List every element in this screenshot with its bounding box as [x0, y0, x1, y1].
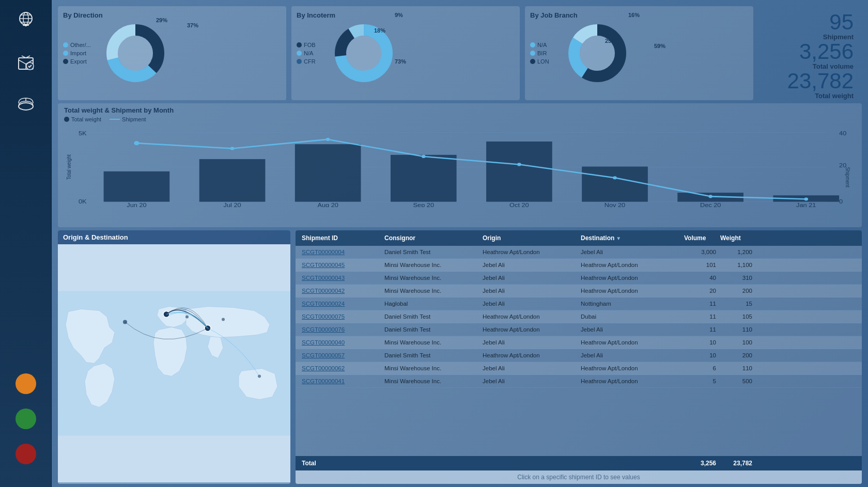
- cell-weight: 15: [718, 300, 754, 308]
- chart-legend: Total weight Shipment: [64, 116, 856, 122]
- cell-volume: 101: [682, 261, 718, 269]
- cell-consignor: Daniel Smith Test: [382, 351, 481, 359]
- cell-shipment-id[interactable]: SCGT00000076: [300, 325, 382, 334]
- cell-volume: 10: [682, 338, 718, 347]
- svg-rect-6: [25, 24, 27, 26]
- svg-text:Jul 20: Jul 20: [224, 202, 241, 207]
- table-row[interactable]: SCGT00000062 Minsi Warehouse Inc. Jebel …: [296, 362, 862, 375]
- cell-volume: 6: [682, 364, 718, 372]
- table-row[interactable]: SCGT00000043 Minsi Warehouse Inc. Jebel …: [296, 272, 862, 285]
- cell-weight: 310: [718, 274, 754, 282]
- cell-destination: Jebel Ali: [579, 325, 682, 334]
- cell-shipment-id[interactable]: SCGT00000040: [300, 338, 382, 347]
- incoterm-chart-title: By Incoterm: [297, 11, 515, 19]
- svg-point-62: [222, 318, 225, 321]
- cell-destination: Jebel Ali: [579, 351, 682, 359]
- svg-text:0: 0: [839, 198, 843, 205]
- cell-weight: 110: [718, 325, 754, 334]
- table-row[interactable]: SCGT00000057 Daniel Smith Test Heathrow …: [296, 349, 862, 362]
- svg-text:Aug 20: Aug 20: [317, 202, 338, 207]
- table-header: Shipment ID Consignor Origin Destination…: [296, 230, 862, 246]
- col-consignor[interactable]: Consignor: [382, 233, 481, 243]
- footer-label: Total: [300, 459, 382, 468]
- cell-origin: Jebel Ali: [481, 377, 579, 385]
- cell-origin: Jebel Ali: [481, 287, 579, 295]
- svg-text:Jan 21: Jan 21: [796, 202, 816, 207]
- cell-consignor: Minsi Warehouse Inc.: [382, 287, 481, 295]
- shipment-value: 95: [767, 11, 854, 33]
- cell-consignor: Minsi Warehouse Inc.: [382, 261, 481, 269]
- cell-shipment-id[interactable]: SCGT00000045: [300, 261, 382, 269]
- svg-point-50: [517, 163, 521, 166]
- col-scroll: [754, 233, 763, 243]
- money-icon[interactable]: [10, 88, 41, 119]
- cell-shipment-id[interactable]: SCGT00000041: [300, 377, 382, 385]
- jobbranch-donut-section: N/A BIR LON: [530, 22, 748, 84]
- table-row[interactable]: SCGT00000042 Minsi Warehouse Inc. Jebel …: [296, 285, 862, 297]
- incoterm-legend-cfr: CFR: [297, 58, 328, 65]
- svg-text:Total weight: Total weight: [66, 154, 72, 180]
- table-row[interactable]: SCGT00000024 Haglobal Jebel Ali Nottingh…: [296, 297, 862, 310]
- cell-destination: Nottingham: [579, 300, 682, 308]
- package-icon[interactable]: [10, 46, 41, 77]
- table-hint: Click on a specific shipment ID to see v…: [296, 470, 862, 484]
- cell-weight: 100: [718, 338, 754, 347]
- cell-volume: 20: [682, 287, 718, 295]
- table-body[interactable]: SCGT00000004 Daniel Smith Test Heathrow …: [296, 246, 862, 456]
- footer-volume: 3,256: [682, 459, 718, 468]
- cell-shipment-id[interactable]: SCGT00000043: [300, 274, 382, 282]
- col-shipment-id[interactable]: Shipment ID: [300, 233, 382, 243]
- table-row[interactable]: SCGT00000041 Minsi Warehouse Inc. Jebel …: [296, 375, 862, 388]
- svg-rect-30: [104, 171, 170, 202]
- col-weight[interactable]: Weight: [718, 233, 754, 243]
- table-row[interactable]: SCGT00000040 Minsi Warehouse Inc. Jebel …: [296, 336, 862, 349]
- svg-text:Jun 20: Jun 20: [127, 202, 146, 207]
- incoterm-chart-card: By Incoterm FOB N/A CFR: [291, 6, 520, 100]
- direction-chart-card: By Direction Other/... Import: [58, 6, 286, 100]
- table-row[interactable]: SCGT00000045 Minsi Warehouse Inc. Jebel …: [296, 259, 862, 272]
- cell-destination: Heathrow Apt/London: [579, 274, 682, 282]
- jobbranch-donut: [566, 22, 628, 84]
- dot-red[interactable]: [16, 444, 36, 464]
- incoterm-legend-fob: FOB: [297, 42, 328, 48]
- cell-shipment-id[interactable]: SCGT00000062: [300, 364, 382, 372]
- cell-shipment-id[interactable]: SCGT00000057: [300, 351, 382, 359]
- destination-sort-icon: ▼: [616, 235, 621, 241]
- col-origin[interactable]: Origin: [481, 233, 579, 243]
- cell-shipment-id[interactable]: SCGT00000004: [300, 248, 382, 256]
- dot-orange[interactable]: [16, 373, 36, 394]
- jobbranch-legend-na: N/A: [530, 42, 561, 48]
- table-row[interactable]: SCGT00000004 Daniel Smith Test Heathrow …: [296, 246, 862, 259]
- svg-point-46: [134, 141, 139, 145]
- top-section: By Direction Other/... Import: [52, 0, 868, 103]
- cell-weight: 105: [718, 312, 754, 321]
- legend-total-weight: Total weight: [64, 116, 101, 122]
- cell-shipment-id[interactable]: SCGT00000024: [300, 300, 382, 308]
- table-row[interactable]: SCGT00000076 Daniel Smith Test Heathrow …: [296, 323, 862, 336]
- cell-consignor: Haglobal: [382, 300, 481, 308]
- globe-icon[interactable]: [10, 5, 41, 36]
- svg-rect-35: [582, 167, 648, 202]
- table-row[interactable]: SCGT00000075 Daniel Smith Test Heathrow …: [296, 310, 862, 323]
- svg-text:Shipment: Shipment: [845, 167, 851, 187]
- dot-green[interactable]: [16, 409, 36, 429]
- cell-destination: Heathrow Apt/London: [579, 377, 682, 385]
- svg-rect-34: [486, 142, 552, 202]
- cell-consignor: Minsi Warehouse Inc.: [382, 364, 481, 372]
- cell-destination: Jebel Ali: [579, 248, 682, 256]
- direction-donut-section: Other/... Import Export: [63, 22, 281, 84]
- main-content: By Direction Other/... Import: [52, 0, 868, 487]
- svg-text:Nov 20: Nov 20: [605, 202, 625, 207]
- cell-destination: Dubai: [579, 312, 682, 321]
- direction-chart-title: By Direction: [63, 11, 281, 19]
- cell-consignor: Daniel Smith Test: [382, 312, 481, 321]
- weight-stat: 23,782 Total weight: [767, 70, 854, 100]
- direction-donut: [104, 22, 166, 84]
- col-destination[interactable]: Destination ▼: [579, 233, 682, 243]
- direction-legend-other: Other/...: [63, 42, 99, 48]
- incoterm-donut-section: FOB N/A CFR: [297, 22, 515, 84]
- cell-shipment-id[interactable]: SCGT00000075: [300, 312, 382, 321]
- cell-destination: Heathrow Apt/London: [579, 338, 682, 347]
- cell-shipment-id[interactable]: SCGT00000042: [300, 287, 382, 295]
- col-volume[interactable]: Volume: [682, 233, 718, 243]
